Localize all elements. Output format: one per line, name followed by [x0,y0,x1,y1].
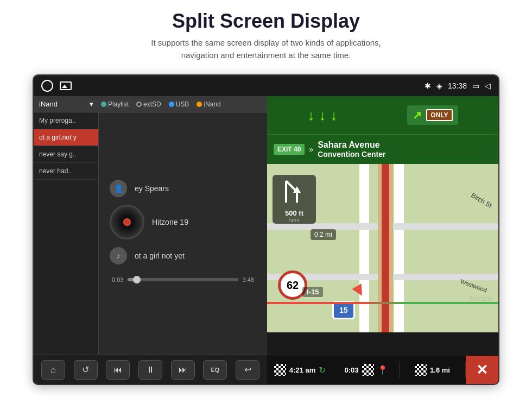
status-left [41,80,72,92]
album-name: Hitzone 19 [152,218,188,226]
location-icon: ◈ [436,81,442,90]
vinyl-disc [110,205,144,239]
nav-panel: ↓ ↓ ↓ ↗ ONLY EXIT 40 » Sahara Avenue Con… [267,96,498,384]
road-v2 [394,164,404,332]
highway-shield-number: 15 [339,306,348,314]
turn-svg [278,175,311,208]
duration-value: 0:03 [344,366,358,374]
back-button[interactable]: ↩ [236,360,259,380]
checkered-flag-2 [362,364,374,376]
inand-radio [197,102,202,107]
artist-row: 👤 ey Spears [104,180,262,197]
status-bar: ✱ ◈ 13:38 ▭ ◁ [34,75,498,96]
device-frame: ✱ ◈ 13:38 ▭ ◁ iNand ▾ Playlist [33,74,499,385]
music-panel: iNand ▾ Playlist extSD USB iNand [34,96,267,384]
arrow-diagonal: ↗ [413,109,422,122]
home-button[interactable]: ⌂ [41,360,65,380]
progress-area: 0:03 3:48 [104,272,262,287]
track-info: 👤 ey Spears Hitzone 19 ♪ ot a girl not y… [104,180,262,264]
time-total: 3:48 [243,276,254,283]
status-right: ✱ ◈ 13:38 ▭ ◁ [425,81,491,90]
bluetooth-icon: ✱ [425,81,431,90]
page-title: Split Screen Display [0,10,532,33]
playlist-item[interactable]: never had.. [34,163,98,180]
image-icon [60,81,72,90]
playlist-item[interactable]: never say g.. [34,146,98,163]
checkered-flag-1 [274,364,286,376]
song-icon: ♪ [110,247,127,264]
player-center: 👤 ey Spears Hitzone 19 ♪ ot a girl not y… [99,112,267,355]
checkered-flag-3 [415,364,427,376]
close-icon: ✕ [476,362,488,379]
repeat-button[interactable]: ↺ [74,360,98,380]
distance-label: 0.2 mi [311,229,336,240]
playlist-item[interactable]: My preroga.. [34,112,98,129]
playlist-sidebar: My preroga.. ot a girl,not y never say g… [34,112,99,355]
nav-arrows: ↓ ↓ ↓ [307,107,337,124]
arrival-info: 4:21 am [289,366,315,374]
prev-button[interactable]: ⏮ [106,360,130,380]
dropdown-icon[interactable]: ▾ [90,100,93,108]
close-button[interactable]: ✕ [466,356,498,384]
destination-line [267,302,498,304]
source-playlist[interactable]: Playlist [101,100,129,108]
speed-limit-value: 62 [287,279,299,292]
extsd-label: extSD [143,100,161,108]
arrival-time: 4:21 am [289,366,315,374]
source-usb[interactable]: USB [169,100,189,108]
arrow-down-1: ↓ [307,107,314,124]
exit-arrow: » [309,145,313,154]
inand-label: iNand [204,100,220,108]
page-header: Split Screen Display It supports the sam… [0,0,532,67]
vinyl-center [123,218,131,226]
split-area: iNand ▾ Playlist extSD USB iNand [34,96,498,384]
map-area: 500 ft here Birch St Westwood 0.2 mi 62 … [267,164,498,332]
playlist-item-active[interactable]: ot a girl,not y [34,129,98,146]
playlist-area: My preroga.. ot a girl,not y never say g… [34,112,267,355]
watermark: Seicane [470,295,493,302]
nav-distance: 1.6 mi [400,362,466,378]
here-logo: here [289,217,300,223]
road-v1 [359,164,369,332]
window-icon: ▭ [472,81,479,90]
status-time: 13:38 [448,81,467,90]
progress-bar[interactable] [128,278,238,281]
arrow-down-3: ↓ [330,107,337,124]
location-pin: 📍 [377,365,388,375]
source-inand[interactable]: iNand [197,100,220,108]
back-icon: ◁ [485,81,491,90]
source-extsd[interactable]: extSD [136,100,161,108]
remaining-distance: 1.6 mi [430,366,450,374]
turn-distance: 500 ft [285,209,303,217]
exit-info-bar: EXIT 40 » Sahara Avenue Convention Cente… [267,134,498,164]
route-overlay [382,164,389,332]
exit-destination: Sahara Avenue Convention Center [318,140,385,159]
nav-duration: 0:03 📍 [333,362,400,378]
controls-bar: ⌂ ↺ ⏮ ⏸ ⏭ EQ ↩ [34,355,267,384]
playlist-radio [101,102,106,107]
song-row: ♪ ot a girl not yet [104,247,262,264]
usb-radio [169,102,174,107]
turn-indicator: 500 ft here [273,175,316,224]
time-current: 0:03 [112,276,123,283]
arrow-down-2: ↓ [319,107,326,124]
exit-venue: Convention Center [318,150,385,159]
source-dropdown-label: iNand [39,100,58,108]
exit-street: Sahara Avenue [318,140,385,150]
play-pause-button[interactable]: ⏸ [138,360,162,380]
refresh-icon: ↻ [319,365,326,375]
nav-arrival-time: 4:21 am ↻ [267,362,333,378]
nav-bottom-bar: 4:21 am ↻ 0:03 📍 1.6 mi ✕ [267,356,498,384]
birch-street-label: Birch St [470,191,493,209]
exit-badge: EXIT 40 [274,144,305,155]
source-bar: iNand ▾ Playlist extSD USB iNand [34,96,267,112]
next-button[interactable]: ⏭ [171,360,195,380]
westwood-label: Westwood [459,278,487,294]
page-subtitle: It supports the same screen display of t… [0,37,532,61]
eq-button[interactable]: EQ [203,360,227,380]
usb-label: USB [176,100,189,108]
exit-direction: ↗ ONLY [407,105,458,125]
song-name: ot a girl not yet [135,251,185,260]
artist-name: ey Spears [135,184,169,193]
artist-icon: 👤 [110,180,127,197]
